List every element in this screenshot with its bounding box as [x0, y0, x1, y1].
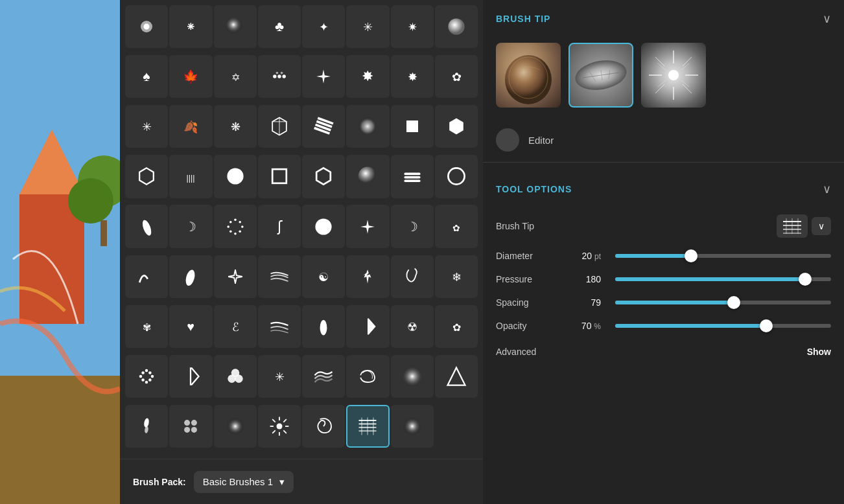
- brush-cell[interactable]: [346, 205, 389, 247]
- brush-cell[interactable]: [302, 355, 345, 398]
- brush-cell[interactable]: ✷: [391, 5, 434, 48]
- brush-tip-spark[interactable]: [641, 43, 706, 108]
- brush-cell[interactable]: ☢: [391, 305, 434, 348]
- brush-cell[interactable]: ✾: [125, 305, 168, 348]
- svg-rect-39: [406, 120, 418, 132]
- brush-cell[interactable]: ❄: [435, 255, 478, 298]
- brush-cell[interactable]: [125, 255, 168, 298]
- brush-cell[interactable]: [125, 405, 168, 448]
- svg-text:☽: ☽: [406, 220, 418, 234]
- brush-cell[interactable]: [346, 305, 389, 348]
- brush-cell[interactable]: ♥: [169, 305, 212, 348]
- brush-cell[interactable]: ✳: [258, 355, 301, 398]
- brush-cell[interactable]: [258, 255, 301, 298]
- svg-point-123: [668, 70, 679, 80]
- brush-cell[interactable]: [125, 155, 168, 198]
- brush-cell[interactable]: [125, 205, 168, 247]
- brush-cell[interactable]: ☽: [169, 205, 212, 247]
- brush-cell[interactable]: ✸: [391, 55, 434, 98]
- brush-tip-rock[interactable]: [496, 43, 561, 108]
- brush-cell[interactable]: [214, 405, 257, 448]
- brush-cell[interactable]: [302, 205, 345, 247]
- brush-cell[interactable]: ✿: [435, 55, 478, 98]
- tool-options-chevron-icon: ∨: [823, 182, 831, 196]
- right-panel: BRUSH TIP ∨: [483, 0, 844, 504]
- brush-cell[interactable]: ✳: [125, 105, 168, 148]
- brush-cell[interactable]: ℰ: [214, 305, 257, 348]
- opacity-slider[interactable]: [615, 324, 831, 328]
- brush-cell[interactable]: [346, 355, 389, 398]
- spacing-slider[interactable]: [615, 301, 831, 304]
- brush-cell[interactable]: [435, 5, 478, 48]
- brush-cell[interactable]: [214, 255, 257, 298]
- brush-cell[interactable]: [391, 405, 434, 448]
- brush-cell[interactable]: [258, 155, 301, 198]
- brush-tip-selector[interactable]: [777, 214, 808, 238]
- brush-cell[interactable]: ❋: [214, 105, 257, 148]
- brush-tip-dropdown-button[interactable]: ∨: [812, 217, 831, 235]
- brush-cell[interactable]: [125, 5, 168, 48]
- brush-cell[interactable]: [391, 255, 434, 298]
- svg-line-134: [658, 80, 666, 87]
- brush-cell[interactable]: [302, 305, 345, 348]
- brush-cell[interactable]: 🍁: [169, 55, 212, 98]
- brush-cell[interactable]: [258, 305, 301, 348]
- chevron-down-icon: ▾: [279, 476, 285, 488]
- pressure-label: Pressure: [496, 274, 561, 284]
- brush-cell[interactable]: [302, 55, 345, 98]
- brush-cell[interactable]: ||||: [169, 155, 212, 198]
- tool-options-section-header[interactable]: TOOL OPTIONS ∨: [483, 170, 844, 208]
- svg-text:❋: ❋: [230, 121, 240, 134]
- brush-cell[interactable]: [125, 355, 168, 398]
- pressure-slider[interactable]: [615, 277, 831, 281]
- brush-cell[interactable]: [391, 155, 434, 198]
- brush-cell[interactable]: ☯: [302, 255, 345, 298]
- brush-cell[interactable]: [169, 405, 212, 448]
- brush-cell[interactable]: [214, 205, 257, 247]
- brush-cell[interactable]: [169, 355, 212, 398]
- svg-point-78: [145, 369, 148, 372]
- svg-rect-48: [404, 176, 420, 179]
- brush-cell[interactable]: [435, 355, 478, 398]
- brush-cell[interactable]: [391, 355, 434, 398]
- brush-cell[interactable]: [435, 105, 478, 148]
- brush-cell[interactable]: [302, 105, 345, 148]
- brush-cell[interactable]: [258, 405, 301, 448]
- brush-cell[interactable]: [214, 5, 257, 48]
- brush-cell[interactable]: [346, 255, 389, 298]
- brush-cell[interactable]: [302, 155, 345, 198]
- brush-cell[interactable]: ♠: [125, 55, 168, 98]
- brush-cell[interactable]: ʃ: [258, 205, 301, 247]
- brush-cell[interactable]: [346, 105, 389, 148]
- brush-cell[interactable]: ✦: [302, 5, 345, 48]
- brush-cell[interactable]: [302, 405, 345, 448]
- brush-cell[interactable]: [169, 255, 212, 298]
- brush-cell[interactable]: ✿: [435, 205, 478, 247]
- brush-cell[interactable]: ♣: [258, 5, 301, 48]
- advanced-row[interactable]: Advanced Show: [483, 338, 844, 366]
- brush-cell[interactable]: [346, 155, 389, 198]
- brush-cell[interactable]: [214, 155, 257, 198]
- brush-cell[interactable]: [435, 155, 478, 198]
- svg-point-23: [281, 72, 283, 74]
- brush-cell[interactable]: [214, 355, 257, 398]
- brush-cell[interactable]: [258, 55, 301, 98]
- brush-cell[interactable]: ☽: [391, 205, 434, 247]
- svg-point-97: [191, 427, 197, 433]
- brush-tip-section-header[interactable]: BRUSH TIP ∨: [483, 0, 844, 38]
- svg-point-53: [234, 218, 237, 221]
- brush-pack-dropdown[interactable]: Basic Brushes 1 ▾: [194, 471, 294, 493]
- brush-cell-selected[interactable]: [346, 405, 389, 448]
- svg-point-66: [185, 269, 197, 287]
- brush-cell[interactable]: ✳: [346, 5, 389, 48]
- brush-cell[interactable]: [391, 105, 434, 148]
- brush-cell[interactable]: ⁕: [169, 5, 212, 48]
- brush-cell[interactable]: ✸: [346, 55, 389, 98]
- brush-tip-leaf[interactable]: [569, 43, 633, 108]
- brush-cell[interactable]: 🍂: [169, 105, 212, 148]
- svg-point-90: [403, 367, 421, 385]
- diameter-slider[interactable]: [615, 254, 831, 258]
- brush-cell[interactable]: ✡: [214, 55, 257, 98]
- brush-cell[interactable]: ✿: [435, 305, 478, 348]
- brush-cell[interactable]: [258, 105, 301, 148]
